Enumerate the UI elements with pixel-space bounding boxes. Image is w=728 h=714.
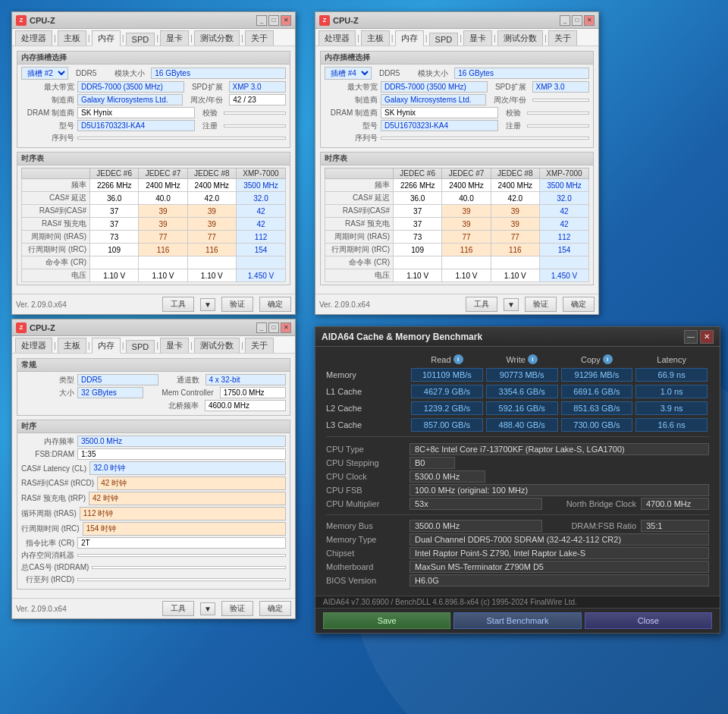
tras-j8-2: 77 <box>491 231 539 244</box>
footer-2: Ver. 2.09.0.x64 工具 ▼ 验证 确定 <box>315 294 598 314</box>
bench-l2-latency: 3.9 ns <box>635 401 708 415</box>
tools-dropdown-2[interactable]: ▼ <box>504 298 519 311</box>
rasrp-row-1: RAS# 预充电 37 39 39 42 <box>22 218 286 231</box>
restore-btn-1[interactable]: □ <box>268 15 279 26</box>
tab-mainboard-2[interactable]: 主板 <box>361 30 390 46</box>
minimize-btn-1[interactable]: _ <box>256 15 267 26</box>
dram-row-1: DRAM 制造商 SK Hynix 校验 <box>21 107 286 118</box>
freq-j7-2: 2400 MHz <box>442 179 491 192</box>
cpuz-window-2: Z CPU-Z _ □ ✕ 处理器 | 主板 | 内存 | SPD | 显卡 |… <box>315 11 599 315</box>
tab-processor-3[interactable]: 处理器 <box>15 338 52 353</box>
l3-read-value: 857.00 GB/s <box>411 418 483 432</box>
bench-l2-write: 592.16 GB/s <box>486 401 558 415</box>
verify-btn-1[interactable]: 验证 <box>221 297 253 312</box>
tab-processor-2[interactable]: 处理器 <box>318 30 356 46</box>
rasrp-j7-2: 39 <box>442 218 491 231</box>
tools-dropdown-1[interactable]: ▼ <box>200 298 215 311</box>
cpu-clock-label: CPU Clock <box>326 472 410 481</box>
mem-bus-label: Memory Bus <box>326 521 410 530</box>
maxbw-row-1: 最大带宽 DDR5-7000 (3500 MHz) SPD扩展 XMP 3.0 <box>21 81 286 93</box>
start-benchmark-button[interactable]: Start Benchmark <box>453 612 581 629</box>
slot-select-1[interactable]: 插槽 #2 <box>21 67 68 80</box>
minimize-btn-3[interactable]: _ <box>256 322 267 333</box>
tab-processor-1[interactable]: 处理器 <box>15 30 52 46</box>
tab-bench-2[interactable]: 测试分数 <box>497 30 543 46</box>
trc-j6-2: 109 <box>394 244 442 256</box>
slot-select-2[interactable]: 插槽 #4 <box>325 67 372 80</box>
ok-btn-2[interactable]: 确定 <box>563 297 595 312</box>
trc-j8-1: 116 <box>187 244 236 256</box>
tools-btn-1[interactable]: 工具 <box>162 297 194 312</box>
tools-btn-2[interactable]: 工具 <box>466 297 497 312</box>
cmd-j6-1 <box>90 256 139 269</box>
l1-write-value: 3354.6 GB/s <box>486 385 558 398</box>
tras-j6-2: 73 <box>394 231 442 244</box>
close-btn-1[interactable]: ✕ <box>281 15 291 26</box>
rp-value-3: 42 时钟 <box>89 492 286 505</box>
verify-btn-3[interactable]: 验证 <box>221 601 253 616</box>
spare1-row-3: 内存空间消耗器 <box>21 550 286 561</box>
divider-2 <box>326 514 709 515</box>
tab-about-3[interactable]: 关于 <box>245 338 274 353</box>
tab-memory-2[interactable]: 内存 <box>395 30 424 46</box>
l3-write-value: 488.40 GB/s <box>486 418 558 432</box>
timing-section-2: 时序表 JEDEC #6 JEDEC #7 JEDEC #8 XMP-7000 <box>320 152 594 285</box>
mfg-value-2: Galaxy Microsystems Ltd. <box>381 94 486 105</box>
ok-btn-3[interactable]: 确定 <box>259 601 291 616</box>
spd-label-1: SPD扩展 <box>192 82 223 93</box>
rascas-xmp-1: 42 <box>236 205 285 218</box>
aida-minimize-btn[interactable]: — <box>684 330 698 344</box>
cpu-type-value: 8C+8c Intel Core i7-13700KF (Raptor Lake… <box>410 443 709 455</box>
l1-read-value: 4627.9 GB/s <box>411 385 483 398</box>
tools-btn-3[interactable]: 工具 <box>162 601 194 616</box>
caslat-row-3: CAS# Latency (CL) 32.0 时钟 <box>21 461 286 475</box>
rasrp-xmp-2: 42 <box>539 218 588 231</box>
tab-about-2[interactable]: 关于 <box>548 30 577 46</box>
type-value-3: DDR5 <box>77 374 158 385</box>
reg-value-1 <box>224 124 286 127</box>
cmd-j7-2 <box>442 256 491 269</box>
close-button[interactable]: Close <box>585 612 712 629</box>
tab-graphics-2[interactable]: 显卡 <box>463 30 492 46</box>
mod-size-label-2: 模块大小 <box>418 68 448 79</box>
rascas-j7-1: 39 <box>139 205 187 218</box>
rascas-row-2: RAS#到CAS# 37 39 39 42 <box>325 205 589 218</box>
tab-spd-2[interactable]: SPD <box>429 33 459 46</box>
tab-about-1[interactable]: 关于 <box>245 30 274 46</box>
cas-xmp-2: 32.0 <box>539 192 588 205</box>
trc-xmp-1: 154 <box>236 244 285 256</box>
tab-bench-1[interactable]: 测试分数 <box>194 30 240 46</box>
rascas-label-2: RAS#到CAS# <box>325 205 394 218</box>
tab-mainboard-3[interactable]: 主板 <box>58 338 86 353</box>
freq-j8-2: 2400 MHz <box>491 179 539 192</box>
minimize-btn-2[interactable]: _ <box>560 15 570 26</box>
tab-bench-3[interactable]: 测试分数 <box>194 338 240 353</box>
tab-graphics-3[interactable]: 显卡 <box>160 338 189 353</box>
tab-graphics-1[interactable]: 显卡 <box>160 30 189 46</box>
tab-mainboard-1[interactable]: 主板 <box>58 30 86 46</box>
tab-memory-3[interactable]: 内存 <box>92 338 121 354</box>
l3-copy-value: 730.00 GB/s <box>561 418 633 432</box>
tools-dropdown-3[interactable]: ▼ <box>200 602 215 615</box>
restore-btn-3[interactable]: □ <box>268 322 279 333</box>
close-btn-2[interactable]: ✕ <box>584 15 595 26</box>
bench-l1-copy: 6691.6 GB/s <box>561 385 633 398</box>
restore-btn-2[interactable]: □ <box>572 15 582 26</box>
close-btn-3[interactable]: ✕ <box>281 322 291 333</box>
bench-mem-latency: 66.9 ns <box>635 368 708 382</box>
read-info-icon: i <box>453 354 463 364</box>
tab-spd-1[interactable]: SPD <box>126 33 155 46</box>
mod-size-value-2: 16 GBytes <box>454 68 589 79</box>
aida-close-btn[interactable]: ✕ <box>700 330 714 344</box>
tab-memory-1[interactable]: 内存 <box>92 30 121 46</box>
cmd-row-2: 命令率 (CR) <box>325 256 589 269</box>
ok-btn-1[interactable]: 确定 <box>259 297 291 312</box>
motherboard-row: Motherboard MaxSun MS-Terminator Z790M D… <box>326 561 709 573</box>
model-label-2: 型号 <box>325 121 378 131</box>
cas-j7-1: 40.0 <box>139 192 187 205</box>
tab-spd-3[interactable]: SPD <box>126 340 155 353</box>
verify-btn-2[interactable]: 验证 <box>525 297 557 312</box>
ddr-type-2: DDR5 <box>379 69 400 77</box>
volt-label-2: 电压 <box>325 269 394 282</box>
save-button[interactable]: Save <box>323 612 450 629</box>
